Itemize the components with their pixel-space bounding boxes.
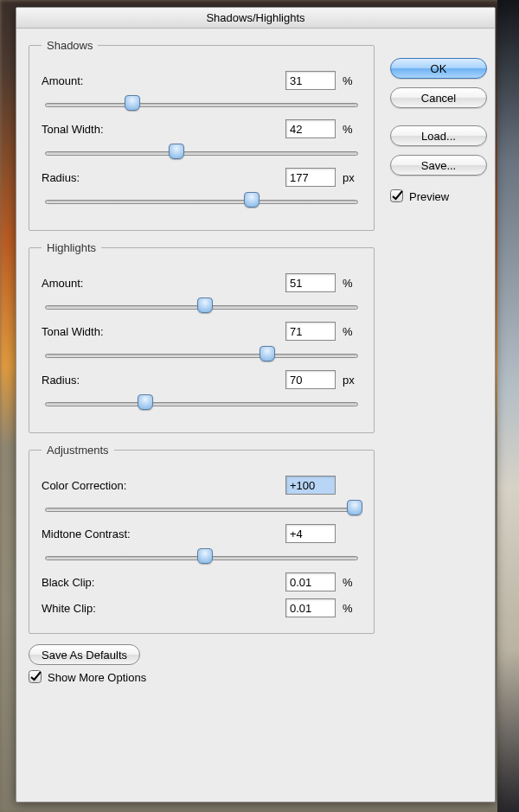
shadows-tonal-slider[interactable] — [42, 145, 362, 161]
shadows-tonal-row: Tonal Width: % — [42, 119, 362, 138]
load-button[interactable]: Load... — [390, 125, 487, 146]
checkbox-checked-icon — [390, 189, 404, 203]
highlights-tonal-unit: % — [336, 325, 362, 338]
highlights-radius-unit: px — [336, 374, 362, 387]
slider-track — [45, 402, 358, 406]
highlights-amount-input[interactable] — [285, 273, 336, 292]
highlights-radius-slider[interactable] — [42, 396, 362, 412]
slider-track — [45, 200, 358, 204]
highlights-amount-row: Amount: % — [42, 273, 362, 292]
slider-track — [45, 103, 358, 107]
color-correction-row: Color Correction: — [42, 476, 362, 495]
highlights-legend: Highlights — [42, 241, 101, 254]
shadows-highlights-dialog: Shadows/Highlights Shadows Amount: % Ton… — [16, 7, 496, 802]
color-correction-input[interactable] — [285, 476, 336, 495]
dialog-title: Shadows/Highlights — [16, 8, 495, 29]
preview-checkbox[interactable]: Preview — [390, 189, 487, 203]
cancel-button[interactable]: Cancel — [390, 87, 487, 108]
white-clip-input[interactable] — [285, 598, 336, 617]
white-clip-label: White Clip: — [42, 602, 285, 615]
preview-label: Preview — [409, 190, 449, 203]
shadows-radius-input[interactable] — [285, 168, 336, 187]
show-more-options-label: Show More Options — [48, 671, 146, 684]
checkbox-checked-icon — [29, 670, 42, 684]
black-clip-input[interactable] — [285, 572, 336, 591]
slider-thumb[interactable] — [244, 192, 260, 208]
shadows-amount-unit: % — [336, 74, 362, 87]
slider-thumb[interactable] — [197, 548, 213, 564]
slider-thumb[interactable] — [347, 500, 362, 515]
midtone-contrast-row: Midtone Contrast: — [42, 524, 362, 543]
shadows-tonal-unit: % — [336, 123, 362, 136]
black-clip-unit: % — [336, 576, 362, 589]
slider-thumb[interactable] — [197, 297, 213, 313]
save-button[interactable]: Save... — [390, 155, 487, 176]
midtone-contrast-slider[interactable] — [42, 550, 362, 566]
shadows-radius-slider[interactable] — [42, 194, 362, 209]
highlights-radius-label: Radius: — [42, 374, 285, 387]
highlights-tonal-row: Tonal Width: % — [42, 322, 362, 341]
color-correction-slider[interactable] — [42, 502, 362, 517]
shadows-group: Shadows Amount: % Tonal Width: % — [29, 39, 375, 231]
highlights-radius-row: Radius: px — [42, 370, 362, 389]
adjustments-group: Adjustments Color Correction: Midtone Co… — [29, 444, 375, 634]
highlights-amount-label: Amount: — [42, 277, 285, 290]
highlights-radius-input[interactable] — [285, 370, 336, 389]
ok-button[interactable]: OK — [390, 58, 487, 79]
midtone-contrast-label: Midtone Contrast: — [42, 527, 285, 540]
shadows-tonal-input[interactable] — [285, 119, 336, 138]
highlights-tonal-slider[interactable] — [42, 348, 362, 363]
shadows-amount-slider[interactable] — [42, 97, 362, 112]
highlights-tonal-input[interactable] — [285, 322, 336, 341]
shadows-legend: Shadows — [42, 39, 98, 52]
white-clip-row: White Clip: % — [42, 598, 362, 617]
shadows-amount-input[interactable] — [285, 71, 336, 90]
shadows-amount-label: Amount: — [42, 74, 285, 87]
slider-track — [45, 151, 358, 156]
dialog-content: Shadows Amount: % Tonal Width: % — [29, 39, 483, 791]
slider-thumb[interactable] — [125, 95, 140, 111]
save-as-defaults-button[interactable]: Save As Defaults — [29, 644, 140, 665]
shadows-tonal-label: Tonal Width: — [42, 123, 285, 136]
slider-track — [45, 354, 358, 358]
show-more-options-checkbox[interactable]: Show More Options — [29, 670, 375, 684]
highlights-amount-unit: % — [336, 277, 362, 290]
black-clip-row: Black Clip: % — [42, 572, 362, 591]
white-clip-unit: % — [336, 602, 362, 615]
highlights-amount-slider[interactable] — [42, 299, 362, 315]
midtone-contrast-input[interactable] — [285, 524, 336, 543]
highlights-group: Highlights Amount: % Tonal Width: % — [29, 241, 375, 433]
slider-thumb[interactable] — [260, 346, 275, 361]
shadows-amount-row: Amount: % — [42, 71, 362, 90]
side-column: OK Cancel Load... Save... Preview — [390, 58, 487, 203]
background-image-right — [497, 0, 519, 812]
main-column: Shadows Amount: % Tonal Width: % — [29, 39, 375, 684]
slider-thumb[interactable] — [138, 394, 153, 410]
shadows-radius-label: Radius: — [42, 171, 285, 184]
slider-track — [45, 508, 358, 512]
black-clip-label: Black Clip: — [42, 576, 285, 589]
adjustments-legend: Adjustments — [42, 444, 114, 457]
highlights-tonal-label: Tonal Width: — [42, 325, 285, 338]
slider-thumb[interactable] — [169, 144, 184, 159]
color-correction-label: Color Correction: — [42, 479, 285, 492]
bottom-controls: Save As Defaults Show More Options — [29, 644, 375, 684]
shadows-radius-row: Radius: px — [42, 168, 362, 187]
shadows-radius-unit: px — [336, 171, 362, 184]
